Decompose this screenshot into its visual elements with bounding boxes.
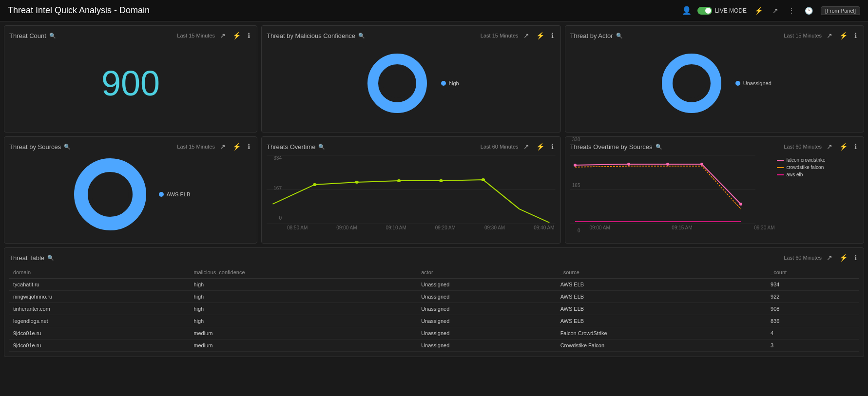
threats-overtime-chart: 334 167 0 — [267, 155, 556, 230]
overtime-xaxis: 08:50 AM 09:00 AM 09:10 AM 09:20 AM 09:3… — [286, 225, 556, 230]
threat-table-search-icon[interactable]: 🔍 — [47, 255, 54, 261]
threats-overtime-search-icon[interactable]: 🔍 — [318, 144, 325, 150]
awselb-label: AWS ELB — [167, 191, 191, 197]
threats-overtime-export-icon[interactable]: ↗ — [521, 142, 531, 151]
cell-actor: Unassigned — [417, 279, 556, 291]
threat-table-filter-icon[interactable]: ⚡ — [837, 253, 849, 263]
threat-count-time: Last 15 Minutes — [177, 33, 215, 38]
cell-actor: Unassigned — [417, 327, 556, 339]
threat-table-panel: Threat Table 🔍 Last 60 Minutes ↗ ⚡ ℹ dom… — [4, 247, 864, 357]
cell-actor: Unassigned — [417, 339, 556, 352]
row-1: Threat Count 🔍 Last 15 Minutes ↗ ⚡ ℹ 900… — [4, 25, 864, 132]
legend-falcon-crowdstrike: falcon crowdstrike — [777, 157, 835, 163]
cell-_count: 908 — [767, 303, 859, 315]
threat-malicious-label: Threat by Malicious Confidence — [267, 32, 355, 39]
threat-table-export-icon[interactable]: ↗ — [825, 253, 834, 263]
svg-point-13 — [482, 178, 485, 181]
page-title: Threat Intel Quick Analysis - Domain — [8, 5, 150, 16]
col-source: _source — [557, 266, 767, 279]
cell-_count: 934 — [767, 279, 859, 291]
overtime-sources-chart-with-yaxis: 330 165 0 — [570, 155, 775, 225]
cell-_count: 922 — [767, 291, 859, 303]
actor-legend: Unassigned — [735, 80, 772, 86]
threat-actor-info-icon[interactable]: ℹ — [852, 31, 859, 40]
clock-icon: 🕐 — [803, 6, 815, 16]
threat-malicious-info-icon[interactable]: ℹ — [549, 31, 556, 40]
threat-count-filter-icon[interactable]: ⚡ — [231, 31, 243, 40]
cell-_count: 836 — [767, 315, 859, 327]
threat-count-export-icon[interactable]: ↗ — [218, 31, 228, 40]
threat-sources-export-icon[interactable]: ↗ — [218, 142, 228, 151]
threat-sources-search-icon[interactable]: 🔍 — [64, 144, 71, 150]
threat-actor-time: Last 15 Minutes — [784, 33, 822, 38]
threat-count-info-icon[interactable]: ℹ — [246, 31, 252, 40]
cell-_source: Crowdstike Falcon — [557, 339, 767, 352]
svg-point-19 — [666, 163, 669, 166]
cell-actor: Unassigned — [417, 291, 556, 303]
malicious-donut-svg — [363, 49, 431, 117]
overtime-sources-filter-icon[interactable]: ⚡ — [837, 142, 849, 151]
threat-sources-label: Threat by Sources — [9, 143, 61, 151]
malicious-legend-item-high: high — [441, 80, 459, 86]
threats-overtime-sources-search-icon[interactable]: 🔍 — [656, 144, 662, 150]
threat-malicious-filter-icon[interactable]: ⚡ — [534, 31, 546, 40]
row-3: Threat Table 🔍 Last 60 Minutes ↗ ⚡ ℹ dom… — [4, 247, 864, 357]
threat-actor-search-icon[interactable]: 🔍 — [616, 33, 623, 39]
threat-malicious-search-icon[interactable]: 🔍 — [358, 33, 365, 39]
threats-overtime-sources-panel: Threats Overtime by Sources 🔍 Last 60 Mi… — [565, 136, 865, 244]
filter-icon[interactable]: ⚡ — [752, 6, 765, 16]
threats-overtime-sources-time: Last 60 Minutes — [784, 144, 822, 150]
svg-point-12 — [439, 179, 443, 182]
more-icon[interactable]: ⋮ — [786, 6, 797, 16]
threat-table-header: Threat Table 🔍 Last 60 Minutes ↗ ⚡ ℹ — [9, 253, 859, 263]
threat-table-info-icon[interactable]: ℹ — [852, 253, 859, 263]
svg-point-9 — [313, 183, 316, 186]
overtime-sources-export-icon[interactable]: ↗ — [825, 142, 834, 151]
threats-overtime-filter-icon[interactable]: ⚡ — [534, 142, 546, 151]
sources-legend-item-awselb: AWS ELB — [159, 191, 191, 197]
threat-sources-time: Last 15 Minutes — [177, 144, 215, 150]
col-count: _count — [767, 266, 859, 279]
overtime-sources-xaxis: 09:00 AM 09:15 AM 09:30 AM — [570, 225, 775, 230]
threat-count-meta: Last 15 Minutes ↗ ⚡ ℹ — [177, 31, 252, 40]
col-domain: domain — [9, 266, 190, 279]
threat-malicious-panel: Threat by Malicious Confidence 🔍 Last 15… — [261, 25, 561, 132]
threat-actor-export-icon[interactable]: ↗ — [825, 31, 834, 40]
sources-donut-svg — [71, 155, 149, 233]
cell-_source: Falcon CrowdStrike — [557, 327, 767, 339]
threat-malicious-header: Threat by Malicious Confidence 🔍 Last 15… — [267, 31, 556, 40]
threats-overtime-info-icon[interactable]: ℹ — [549, 142, 556, 151]
export-icon[interactable]: ↗ — [771, 6, 780, 16]
cell-malicious_confidence: high — [190, 303, 417, 315]
threat-actor-chart: Unassigned — [570, 44, 859, 122]
svg-point-3 — [677, 69, 706, 98]
row-2: Threat by Sources 🔍 Last 15 Minutes ↗ ⚡ … — [4, 136, 864, 244]
threat-count-label: Threat Count — [9, 32, 46, 39]
cell-domain: 9jdco01e.ru — [9, 327, 190, 339]
live-mode-toggle[interactable]: LIVE MODE — [697, 7, 747, 15]
overtime-sources-legend: falcon crowdstrike crowdstike falcon aws… — [777, 157, 835, 177]
unassigned-dot — [735, 81, 740, 86]
threat-actor-filter-icon[interactable]: ⚡ — [837, 31, 849, 40]
cell-_source: AWS ELB — [557, 303, 767, 315]
table-row: 9jdco01e.rumediumUnassignedCrowdstike Fa… — [9, 339, 859, 352]
overtime-svg-container — [267, 155, 556, 225]
threat-sources-filter-icon[interactable]: ⚡ — [231, 142, 243, 151]
crowdstike-falcon-label: crowdstike falcon — [787, 165, 824, 170]
overtime-sources-info-icon[interactable]: ℹ — [852, 142, 859, 151]
threat-count-search-icon[interactable]: 🔍 — [49, 33, 56, 39]
table-row: tinheranter.comhighUnassignedAWS ELB908 — [9, 303, 859, 315]
toggle-pill[interactable] — [697, 7, 712, 15]
cell-_count: 4 — [767, 327, 859, 339]
threat-sources-header: Threat by Sources 🔍 Last 15 Minutes ↗ ⚡ … — [9, 142, 252, 151]
panel-label[interactable]: [From Panel] — [821, 6, 860, 15]
aws-elb-label: aws elb — [787, 172, 803, 177]
threat-table-thead: domain malicious_confidence actor _sourc… — [9, 266, 859, 279]
threat-malicious-export-icon[interactable]: ↗ — [521, 31, 531, 40]
threat-count-panel: Threat Count 🔍 Last 15 Minutes ↗ ⚡ ℹ 900 — [4, 25, 257, 132]
table-row: tycahatit.ruhighUnassignedAWS ELB934 — [9, 279, 859, 291]
high-dot — [441, 81, 446, 86]
threat-table-time: Last 60 Minutes — [784, 255, 822, 261]
threat-sources-info-icon[interactable]: ℹ — [246, 142, 252, 151]
svg-point-17 — [574, 164, 577, 167]
